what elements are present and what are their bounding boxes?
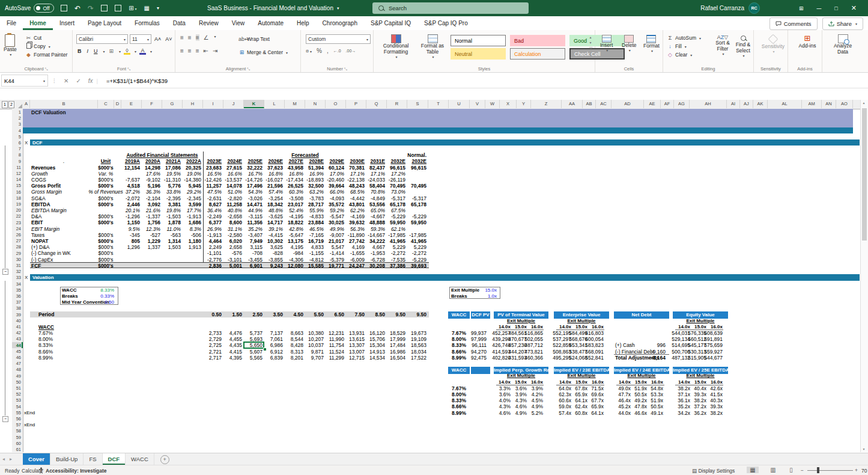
cell[interactable]: 5,776 xyxy=(168,183,181,189)
cell[interactable]: -4,093 xyxy=(330,195,344,201)
row-header-44[interactable]: 44 xyxy=(12,343,21,348)
year-header[interactable]: 2024E xyxy=(227,158,242,164)
row-header-59[interactable]: 59 xyxy=(12,435,21,440)
unit-cell[interactable]: $000's xyxy=(98,183,114,189)
cell[interactable]: 1,150 xyxy=(127,219,140,225)
cell[interactable]: 13,007 xyxy=(349,349,365,355)
cell[interactable]: 40.3x xyxy=(710,397,723,403)
cell[interactable]: 12,715 xyxy=(349,355,365,361)
cell[interactable]: -4,169 xyxy=(350,213,365,219)
column-header-AB[interactable]: AB xyxy=(583,100,596,108)
cell[interactable]: 5,196 xyxy=(148,183,160,189)
cell[interactable]: 12,154 xyxy=(124,165,140,171)
column-header-W[interactable]: W xyxy=(485,100,500,108)
assumption-label[interactable]: Mid Year Convention xyxy=(62,299,109,305)
cell[interactable]: 12,080 xyxy=(288,263,303,269)
wacc-rate[interactable]: 8.00% xyxy=(452,391,466,397)
cell[interactable]: 59,950 xyxy=(411,219,426,225)
cell[interactable]: 3.3% xyxy=(499,385,511,391)
cell[interactable]: 4,395 xyxy=(229,355,242,361)
wacc-rate[interactable]: 8.00% xyxy=(452,336,466,342)
row-header-36[interactable]: 36 xyxy=(12,293,21,299)
cell[interactable]: 14,471 xyxy=(247,201,263,207)
cell[interactable]: -7,637 xyxy=(126,177,140,183)
assumption-label[interactable]: WACC xyxy=(62,287,76,293)
cell[interactable]: 65,178 xyxy=(390,201,405,207)
row-header-39[interactable]: 39 xyxy=(12,312,21,317)
cell[interactable]: 14,298 xyxy=(145,165,160,171)
cell[interactable]: 39.1% xyxy=(269,226,283,232)
row-header-58[interactable]: 58 xyxy=(12,428,21,434)
assumption-label[interactable]: Breaks xyxy=(62,293,78,299)
row-header-40[interactable]: 40 xyxy=(12,318,21,323)
row-header-20[interactable]: 20 xyxy=(12,207,21,213)
column-header-S[interactable]: S xyxy=(407,100,428,108)
cell[interactable]: 49.9% xyxy=(330,226,344,232)
row-header-31[interactable]: 31 xyxy=(12,263,21,268)
column-header-N[interactable]: N xyxy=(305,100,326,108)
cell[interactable]: 17,086 xyxy=(165,165,181,171)
cell[interactable]: 96,615 xyxy=(390,165,405,171)
cell[interactable]: 16.8% xyxy=(289,171,303,177)
cell[interactable]: 57.4% xyxy=(269,189,283,195)
cell[interactable]: 27,742 xyxy=(349,238,365,244)
tab-nav-right-icon[interactable]: ▸ xyxy=(7,453,14,465)
cell[interactable]: 4.3% xyxy=(515,397,527,403)
cell[interactable]: 17.1% xyxy=(371,171,385,177)
valuation-section-label[interactable]: Valuation xyxy=(32,275,54,280)
cell[interactable]: 46.6x xyxy=(634,410,647,416)
cell[interactable]: 20,325 xyxy=(186,165,201,171)
year-header[interactable]: 2032E xyxy=(390,158,405,164)
multiple-header[interactable]: 14.0x xyxy=(499,379,511,385)
cell[interactable]: 31.1% xyxy=(228,226,242,232)
cell[interactable]: 2,733 xyxy=(209,330,222,336)
cell[interactable]: 9.5% xyxy=(129,226,140,232)
cell[interactable]: -1,101 xyxy=(207,250,222,256)
column-header-T[interactable]: T xyxy=(428,100,449,108)
row-label-fcf[interactable]: FCF xyxy=(31,263,41,269)
column-header-AI[interactable]: AI xyxy=(727,100,740,108)
row-header-16[interactable]: 16 xyxy=(12,189,21,195)
cell[interactable]: 97,999 xyxy=(471,336,487,342)
cell[interactable]: 1,180 xyxy=(189,238,201,244)
row-header-30[interactable]: 30 xyxy=(12,257,21,262)
column-header-J[interactable]: J xyxy=(223,100,244,108)
cell[interactable]: 17.7% xyxy=(187,207,201,213)
cell[interactable]: 62.3x xyxy=(559,391,571,397)
cell[interactable]: 57.4x xyxy=(559,410,571,416)
cell[interactable]: -345 xyxy=(130,232,140,238)
cell[interactable]: 35.2x xyxy=(678,403,690,409)
cell[interactable]: 1,314 xyxy=(168,238,181,244)
assumption-value[interactable]: 0.33% xyxy=(100,293,114,299)
cell[interactable]: 29.2% xyxy=(187,189,201,195)
year-header[interactable]: 2023E xyxy=(207,158,222,164)
column-header-E[interactable]: E xyxy=(121,100,142,108)
cell[interactable]: 2,249 xyxy=(209,244,222,250)
cell[interactable]: 616,803 xyxy=(585,330,604,336)
cell[interactable]: 38.2x xyxy=(710,410,723,416)
cell[interactable]: 58,404 xyxy=(369,183,385,189)
row-header-9[interactable]: 9 xyxy=(12,159,21,164)
cell[interactable]: 6,986 xyxy=(270,342,283,348)
cell[interactable]: 37.2% xyxy=(126,189,140,195)
cell[interactable]: -1,913 xyxy=(187,213,201,219)
cell[interactable]: 50.5x xyxy=(634,391,647,397)
cell[interactable]: 56.3% xyxy=(350,226,365,232)
cell[interactable]: -14,667 xyxy=(368,232,385,238)
row-label-nopat[interactable]: NOPAT xyxy=(31,238,49,244)
cell[interactable]: -24,033 xyxy=(368,177,385,183)
cell[interactable]: 60,124 xyxy=(329,165,344,171)
cell[interactable]: -1,296 xyxy=(126,213,140,219)
cell[interactable]: 4,464 xyxy=(209,238,222,244)
row-header-8[interactable]: 8 xyxy=(12,152,21,158)
period-cell[interactable]: 1.50 xyxy=(232,311,242,317)
cell[interactable]: -3,625 xyxy=(269,213,283,219)
cell[interactable]: 36.1x xyxy=(678,397,690,403)
cell[interactable]: 9,707 xyxy=(311,355,324,361)
cell[interactable]: 30,208 xyxy=(369,263,385,269)
cell[interactable]: 6,901 xyxy=(250,263,263,269)
cell[interactable]: -22,138 xyxy=(347,177,365,183)
multiple-header[interactable]: 16.0x xyxy=(531,379,543,385)
cell[interactable]: 6,377 xyxy=(209,219,222,225)
year-header[interactable]: 2021A xyxy=(166,158,181,164)
